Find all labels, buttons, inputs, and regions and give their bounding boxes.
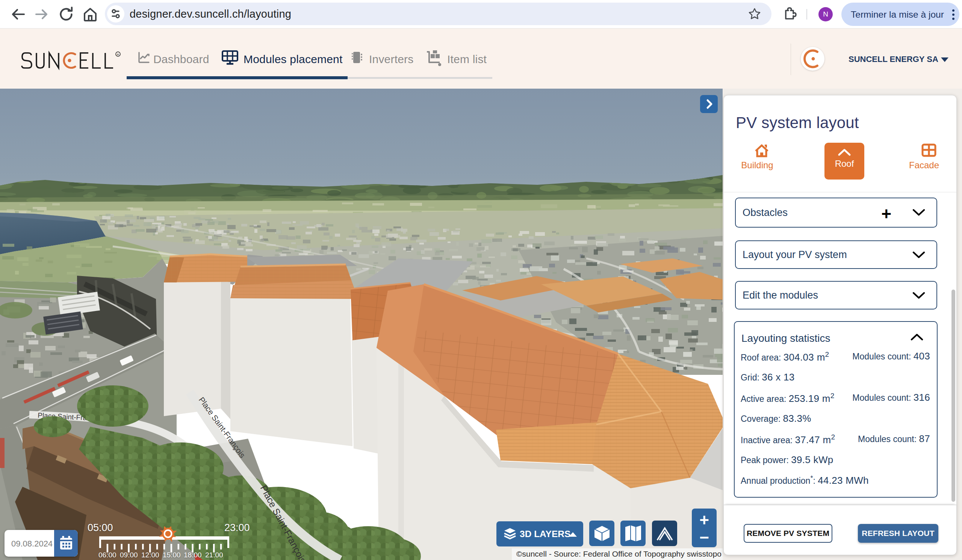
svg-text:R: R [117, 53, 119, 56]
